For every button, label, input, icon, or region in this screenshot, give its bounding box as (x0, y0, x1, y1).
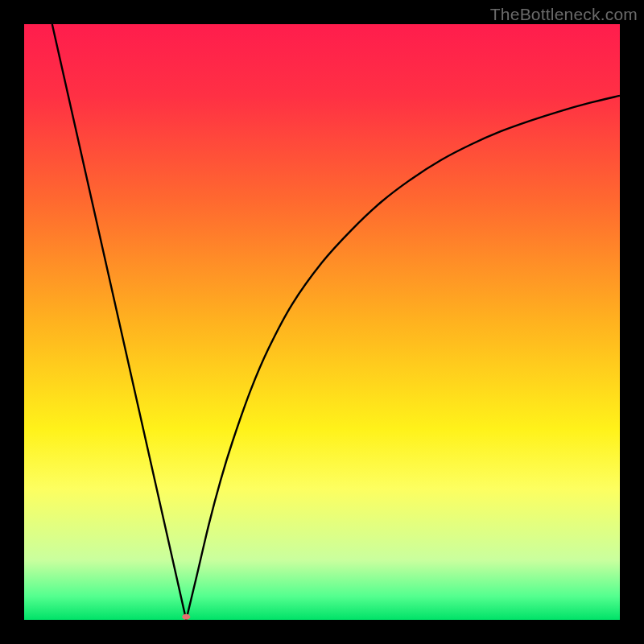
plot-area (24, 24, 620, 620)
chart-svg (24, 24, 620, 620)
watermark-text: TheBottleneck.com (490, 5, 638, 24)
minimum-marker (182, 614, 190, 620)
chart-container: TheBottleneck.com (0, 0, 644, 644)
gradient-background (24, 24, 620, 620)
